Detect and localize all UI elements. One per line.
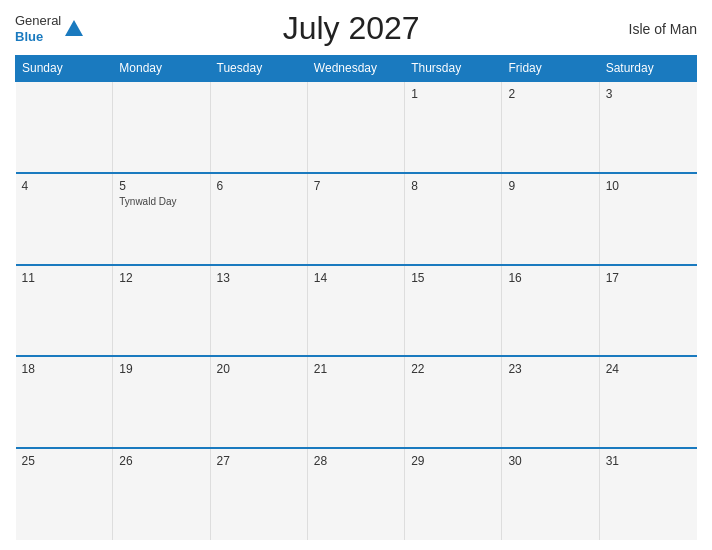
weekday-header: Saturday	[599, 56, 696, 82]
calendar-day-cell: 18	[16, 356, 113, 448]
calendar-day-cell: 14	[307, 265, 404, 357]
calendar-day-cell: 25	[16, 448, 113, 540]
calendar-day-cell: 4	[16, 173, 113, 265]
day-number: 18	[22, 362, 107, 376]
calendar-day-cell: 3	[599, 81, 696, 173]
calendar-body: 12345Tynwald Day678910111213141516171819…	[16, 81, 697, 540]
calendar-day-cell: 21	[307, 356, 404, 448]
calendar-day-cell: 24	[599, 356, 696, 448]
day-number: 31	[606, 454, 691, 468]
calendar-day-cell: 17	[599, 265, 696, 357]
day-number: 6	[217, 179, 301, 193]
calendar-day-cell: 19	[113, 356, 210, 448]
weekday-header: Tuesday	[210, 56, 307, 82]
calendar-header-row: SundayMondayTuesdayWednesdayThursdayFrid…	[16, 56, 697, 82]
calendar-day-cell: 20	[210, 356, 307, 448]
calendar-day-cell: 23	[502, 356, 599, 448]
calendar-day-cell: 2	[502, 81, 599, 173]
calendar-day-cell	[113, 81, 210, 173]
day-number: 28	[314, 454, 398, 468]
calendar-day-cell: 6	[210, 173, 307, 265]
day-number: 7	[314, 179, 398, 193]
day-number: 9	[508, 179, 592, 193]
calendar-day-cell: 27	[210, 448, 307, 540]
day-number: 12	[119, 271, 203, 285]
day-number: 22	[411, 362, 495, 376]
calendar-container: General Blue July 2027 Isle of Man Sunda…	[0, 0, 712, 550]
calendar-day-cell: 26	[113, 448, 210, 540]
holiday-label: Tynwald Day	[119, 196, 203, 207]
calendar-day-cell: 29	[405, 448, 502, 540]
day-number: 14	[314, 271, 398, 285]
logo-blue: Blue	[15, 29, 61, 45]
day-number: 15	[411, 271, 495, 285]
weekday-header: Monday	[113, 56, 210, 82]
weekday-header: Thursday	[405, 56, 502, 82]
calendar-day-cell: 9	[502, 173, 599, 265]
calendar-week-row: 25262728293031	[16, 448, 697, 540]
logo-general: General	[15, 13, 61, 29]
calendar-header: General Blue July 2027 Isle of Man	[15, 10, 697, 47]
day-number: 3	[606, 87, 691, 101]
calendar-day-cell: 28	[307, 448, 404, 540]
calendar-day-cell: 13	[210, 265, 307, 357]
day-number: 5	[119, 179, 203, 193]
calendar-day-cell	[307, 81, 404, 173]
calendar-week-row: 18192021222324	[16, 356, 697, 448]
day-number: 29	[411, 454, 495, 468]
day-number: 24	[606, 362, 691, 376]
calendar-day-cell	[210, 81, 307, 173]
day-number: 16	[508, 271, 592, 285]
calendar-day-cell: 7	[307, 173, 404, 265]
svg-marker-0	[65, 20, 83, 36]
day-number: 25	[22, 454, 107, 468]
day-number: 27	[217, 454, 301, 468]
calendar-day-cell: 31	[599, 448, 696, 540]
day-number: 23	[508, 362, 592, 376]
calendar-day-cell: 10	[599, 173, 696, 265]
calendar-week-row: 45Tynwald Day678910	[16, 173, 697, 265]
day-number: 2	[508, 87, 592, 101]
day-number: 17	[606, 271, 691, 285]
calendar-day-cell: 22	[405, 356, 502, 448]
day-number: 21	[314, 362, 398, 376]
region-label: Isle of Man	[617, 21, 697, 37]
day-number: 19	[119, 362, 203, 376]
day-number: 30	[508, 454, 592, 468]
day-number: 26	[119, 454, 203, 468]
day-number: 11	[22, 271, 107, 285]
day-number: 4	[22, 179, 107, 193]
weekday-header: Friday	[502, 56, 599, 82]
logo: General Blue	[15, 13, 85, 44]
calendar-day-cell: 1	[405, 81, 502, 173]
calendar-week-row: 123	[16, 81, 697, 173]
month-title: July 2027	[85, 10, 617, 47]
calendar-day-cell: 30	[502, 448, 599, 540]
day-number: 8	[411, 179, 495, 193]
day-number: 1	[411, 87, 495, 101]
calendar-day-cell	[16, 81, 113, 173]
calendar-day-cell: 12	[113, 265, 210, 357]
calendar-week-row: 11121314151617	[16, 265, 697, 357]
logo-icon	[63, 18, 85, 40]
weekday-header: Sunday	[16, 56, 113, 82]
day-number: 10	[606, 179, 691, 193]
calendar-day-cell: 5Tynwald Day	[113, 173, 210, 265]
weekday-header: Wednesday	[307, 56, 404, 82]
day-number: 20	[217, 362, 301, 376]
calendar-day-cell: 16	[502, 265, 599, 357]
calendar-table: SundayMondayTuesdayWednesdayThursdayFrid…	[15, 55, 697, 540]
calendar-day-cell: 15	[405, 265, 502, 357]
day-number: 13	[217, 271, 301, 285]
calendar-day-cell: 11	[16, 265, 113, 357]
calendar-day-cell: 8	[405, 173, 502, 265]
